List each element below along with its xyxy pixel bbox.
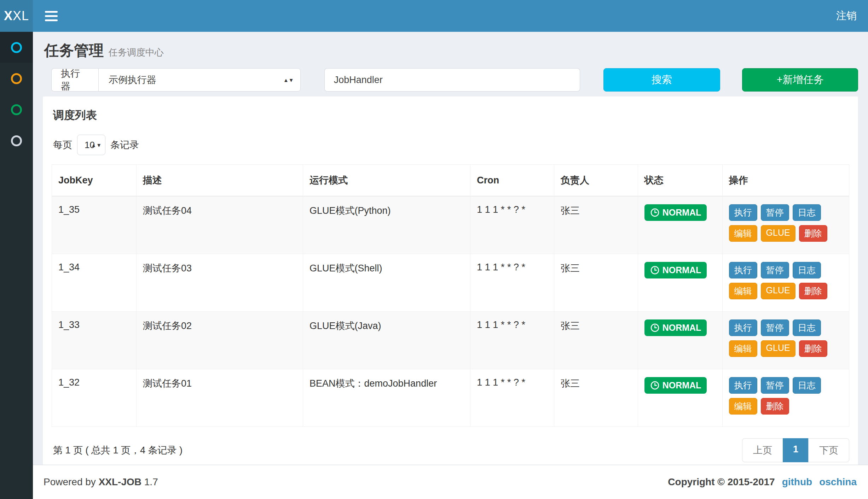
owner-cell: 张三 xyxy=(554,254,638,312)
status-badge: NORMAL xyxy=(644,319,707,336)
action-line1: 执行暂停日志 xyxy=(729,377,843,394)
column-header: JobKey xyxy=(52,165,137,196)
sidebar-item-4[interactable] xyxy=(0,125,33,156)
action-button[interactable]: 日志 xyxy=(793,319,821,336)
table-row: 1_32测试任务01BEAN模式：demoJobHandler1 1 1 * *… xyxy=(52,369,849,427)
logo-bold: X xyxy=(4,8,13,23)
jobkey-cell: 1_34 xyxy=(52,254,137,312)
pagination-buttons: 上页 1 下页 xyxy=(742,438,849,462)
footer-right: Copyright © 2015-2017 github oschina xyxy=(668,476,857,488)
next-page-button[interactable]: 下页 xyxy=(808,438,849,462)
circle-icon xyxy=(11,73,22,84)
action-button[interactable]: 执行 xyxy=(729,204,757,221)
owner-cell: 张三 xyxy=(554,369,638,427)
action-button[interactable]: 暂停 xyxy=(761,319,789,336)
action-button[interactable]: 日志 xyxy=(793,262,821,278)
action-button[interactable]: 暂停 xyxy=(761,204,789,221)
filter-row: 执行器 示例执行器 ▲▼ JobHandler 搜索 +新增任务 xyxy=(51,68,858,92)
run-mode-cell: BEAN模式：demoJobHandler xyxy=(303,369,470,427)
page-size-select[interactable]: 10 ▲▼ xyxy=(77,135,105,155)
table-row: 1_35测试任务04GLUE模式(Python)1 1 1 * * ? *张三N… xyxy=(52,196,849,254)
search-button[interactable]: 搜索 xyxy=(603,68,721,92)
action-button[interactable]: 编辑 xyxy=(729,283,757,299)
page-header: 任务管理任务调度中心 xyxy=(43,32,858,67)
action-line2: 编辑GLUE删除 xyxy=(729,283,843,299)
logout-link[interactable]: 注销 xyxy=(825,0,868,32)
action-button[interactable]: 执行 xyxy=(729,262,757,278)
circle-icon xyxy=(11,135,22,146)
page-title: 任务管理 xyxy=(44,42,104,59)
status-label: NORMAL xyxy=(662,265,701,275)
pagination-row: 第 1 页 ( 总共 1 页，4 条记录 ) 上页 1 下页 xyxy=(52,438,849,462)
action-button[interactable]: 删除 xyxy=(799,340,827,357)
sidebar-item-2[interactable] xyxy=(0,63,33,94)
executor-filter-group: 执行器 示例执行器 ▲▼ xyxy=(51,68,301,92)
page-subtitle: 任务调度中心 xyxy=(109,47,164,58)
status-cell: NORMAL xyxy=(638,196,722,254)
sidebar-item-1[interactable] xyxy=(0,32,33,63)
action-button[interactable]: 编辑 xyxy=(729,398,757,415)
jobs-table: JobKey描述运行模式Cron负责人状态操作 1_35测试任务04GLUE模式… xyxy=(52,164,849,427)
circle-icon xyxy=(11,42,22,53)
action-button[interactable]: 删除 xyxy=(761,398,789,415)
run-mode-cell: GLUE模式(Java) xyxy=(303,312,470,369)
cron-cell: 1 1 1 * * ? * xyxy=(470,369,554,427)
action-button[interactable]: 编辑 xyxy=(729,225,757,242)
action-button[interactable]: GLUE xyxy=(761,225,795,242)
cron-cell: 1 1 1 * * ? * xyxy=(470,254,554,312)
status-badge: NORMAL xyxy=(644,262,707,278)
clock-icon xyxy=(650,381,660,390)
logo-rest: XL xyxy=(13,8,29,23)
status-badge: NORMAL xyxy=(644,377,707,394)
schedule-list-panel: 调度列表 每页 10 ▲▼ 条记录 JobKey描述运行模式Cron负责人状态操… xyxy=(43,96,858,465)
page-size-row: 每页 10 ▲▼ 条记录 xyxy=(53,135,849,155)
status-label: NORMAL xyxy=(662,380,701,391)
action-button[interactable]: GLUE xyxy=(761,340,795,357)
action-button[interactable]: 暂停 xyxy=(761,377,789,394)
action-button[interactable]: 删除 xyxy=(799,225,827,242)
action-button[interactable]: 删除 xyxy=(799,283,827,299)
jobhandler-filter-group: JobHandler xyxy=(324,68,580,92)
powered-by-text: Powered by XXL-JOB 1.7 xyxy=(44,476,158,488)
column-header: 状态 xyxy=(638,165,722,196)
github-link[interactable]: github xyxy=(782,476,812,488)
column-header: Cron xyxy=(470,165,554,196)
executor-select[interactable]: 示例执行器 ▲▼ xyxy=(98,68,301,92)
actions-cell: 执行暂停日志编辑GLUE删除 xyxy=(722,312,849,369)
action-button[interactable]: 暂停 xyxy=(761,262,789,278)
app-logo[interactable]: XXL xyxy=(0,0,33,32)
sidebar-toggle-hamburger-icon[interactable] xyxy=(33,0,70,32)
add-job-button[interactable]: +新增任务 xyxy=(742,68,858,92)
pagination-summary: 第 1 页 ( 总共 1 页，4 条记录 ) xyxy=(52,444,183,457)
action-button[interactable]: GLUE xyxy=(761,283,795,299)
action-button[interactable]: 执行 xyxy=(729,319,757,336)
jobhandler-input[interactable] xyxy=(392,68,580,92)
status-label: NORMAL xyxy=(662,323,701,333)
circle-icon xyxy=(11,104,22,115)
action-button[interactable]: 日志 xyxy=(793,377,821,394)
action-line2: 编辑GLUE删除 xyxy=(729,340,843,357)
action-line2: 编辑删除 xyxy=(729,398,843,415)
column-header: 负责人 xyxy=(554,165,638,196)
action-button[interactable]: 日志 xyxy=(793,204,821,221)
executor-label: 执行器 xyxy=(51,68,98,92)
status-cell: NORMAL xyxy=(638,312,722,369)
select-arrows-icon: ▲▼ xyxy=(283,78,294,82)
cron-cell: 1 1 1 * * ? * xyxy=(470,312,554,369)
executor-selected-value: 示例执行器 xyxy=(109,74,156,86)
run-mode-cell: GLUE模式(Shell) xyxy=(303,254,470,312)
action-line1: 执行暂停日志 xyxy=(729,262,843,278)
column-header: 操作 xyxy=(722,165,849,196)
brand-version: 1.7 xyxy=(144,476,158,487)
jobkey-cell: 1_35 xyxy=(52,196,137,254)
action-button[interactable]: 编辑 xyxy=(729,340,757,357)
table-header-row: JobKey描述运行模式Cron负责人状态操作 xyxy=(52,165,849,196)
prev-page-button[interactable]: 上页 xyxy=(742,438,783,462)
owner-cell: 张三 xyxy=(554,312,638,369)
sidebar-item-3[interactable] xyxy=(0,94,33,125)
oschina-link[interactable]: oschina xyxy=(819,476,857,488)
action-button[interactable]: 执行 xyxy=(729,377,757,394)
current-page-button[interactable]: 1 xyxy=(783,438,809,462)
table-body: 1_35测试任务04GLUE模式(Python)1 1 1 * * ? *张三N… xyxy=(52,196,849,427)
sidebar xyxy=(0,32,33,499)
